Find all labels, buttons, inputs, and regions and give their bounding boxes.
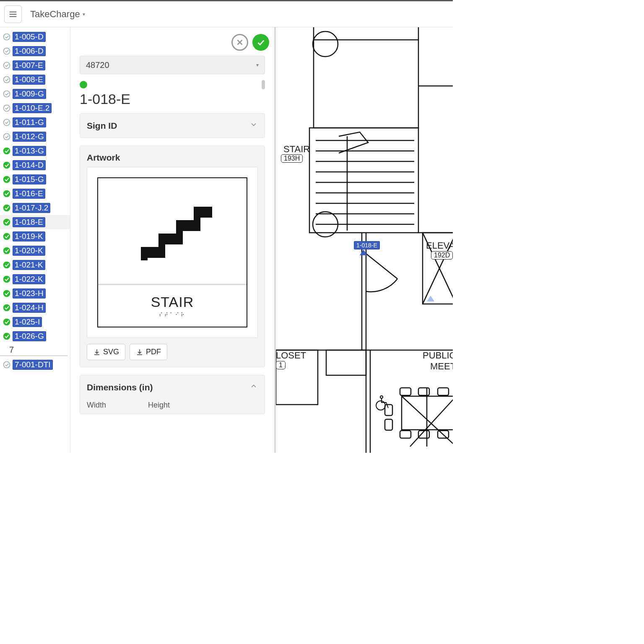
room-label-public: PUBLIC: [423, 350, 453, 361]
status-icon: [3, 304, 11, 312]
sidebar-item-1-024-H[interactable]: 1-024-H: [0, 301, 70, 315]
project-select[interactable]: 48720 ▾: [80, 56, 265, 74]
sidebar-item-label: 7-001-DTI: [13, 360, 53, 370]
sidebar-item-1-006-D[interactable]: 1-006-D: [0, 44, 70, 58]
svg-point-9: [4, 119, 10, 126]
plan-marker[interactable]: [360, 249, 367, 255]
sidebar-item-1-010-E.2[interactable]: 1-010-E.2: [0, 101, 70, 115]
sidebar-item-label: 1-007-E: [13, 60, 45, 70]
status-icon: [3, 361, 11, 369]
sidebar-item-label: 1-026-G: [13, 331, 46, 341]
pdf-label: PDF: [146, 348, 161, 356]
svg-point-12: [3, 162, 10, 169]
svg-point-22: [3, 304, 10, 312]
svg-rect-65: [400, 431, 411, 438]
sidebar-item-1-018-E[interactable]: 1-018-E: [0, 215, 70, 229]
sidebar-item-7-001-DTI[interactable]: 7-001-DTI: [0, 358, 70, 372]
caret-down-icon: ▾: [256, 62, 259, 68]
sidebar-item-label: 1-006-D: [13, 46, 46, 56]
cancel-button[interactable]: [231, 34, 248, 51]
sidebar-item-label: 1-008-E: [13, 75, 45, 85]
sidebar-item-1-026-G[interactable]: 1-026-G: [0, 329, 70, 343]
mini-scrollbar[interactable]: [262, 80, 265, 89]
check-icon: [256, 38, 265, 47]
svg-point-44: [313, 31, 338, 57]
sidebar-item-1-021-K[interactable]: 1-021-K: [0, 258, 70, 272]
sidebar-item-label: 1-017-J.2: [13, 203, 50, 213]
room-label-elev: ELEVAT: [426, 240, 453, 251]
status-icon: [3, 47, 11, 55]
sidebar-item-label: 1-005-D: [13, 32, 46, 42]
svg-point-13: [3, 176, 10, 183]
sign-title: 1-018-E: [75, 91, 269, 113]
svg-point-6: [4, 77, 10, 83]
sidebar-item-label: 1-020-K: [13, 246, 45, 256]
project-select-value: 48720: [86, 60, 109, 70]
sidebar-item-1-013-G[interactable]: 1-013-G: [0, 144, 70, 158]
status-icon: [3, 161, 11, 169]
artwork-panel-header[interactable]: Artwork: [80, 146, 265, 167]
sidebar-item-1-022-K[interactable]: 1-022-K: [0, 272, 70, 286]
confirm-button[interactable]: [252, 34, 269, 51]
sign-id-label: Sign ID: [87, 121, 117, 131]
sidebar-item-1-012-G[interactable]: 1-012-G: [0, 130, 70, 144]
svg-label: SVG: [103, 348, 119, 356]
dimensions-panel-header[interactable]: Dimensions (in): [80, 375, 265, 399]
sidebar-item-label: 1-024-H: [13, 303, 46, 313]
download-icon: [93, 348, 101, 356]
download-pdf-button[interactable]: PDF: [130, 344, 167, 360]
svg-point-15: [3, 205, 10, 212]
braille-text: ⠎⠞⠁⠊⠗: [159, 312, 186, 318]
sidebar-item-1-015-G[interactable]: 1-015-G: [0, 172, 70, 187]
sidebar-item-label: 1-021-K: [13, 260, 45, 270]
sidebar-item-label: 1-022-K: [13, 274, 45, 284]
sidebar-item-1-005-D[interactable]: 1-005-D: [0, 30, 70, 44]
floor-plan-canvas[interactable]: STAIR 193H 1-018-E ELEVAT 192D LOSET 1 P…: [276, 27, 453, 453]
svg-rect-55: [326, 350, 366, 375]
sidebar-item-1-008-E[interactable]: 1-008-E: [0, 73, 70, 87]
menu-button[interactable]: [4, 5, 22, 23]
status-icon: [3, 275, 11, 283]
plan-marker-faded[interactable]: [427, 296, 434, 301]
sidebar-item-1-017-J.2[interactable]: 1-017-J.2: [0, 201, 70, 215]
brand-label: TakeCharge: [30, 9, 80, 20]
svg-point-5: [4, 62, 10, 69]
status-icon: [3, 232, 11, 241]
svg-point-10: [4, 134, 10, 140]
sidebar-item-label: 1-014-D: [13, 160, 46, 170]
sidebar-item-1-025-I[interactable]: 1-025-I: [0, 315, 70, 329]
svg-point-18: [3, 247, 10, 254]
svg-point-60: [380, 396, 383, 398]
download-svg-button[interactable]: SVG: [87, 344, 125, 360]
width-label: Width: [87, 401, 106, 410]
sidebar-item-1-011-G[interactable]: 1-011-G: [0, 115, 70, 130]
sidebar-item-label: 1-016-E: [13, 189, 45, 199]
sidebar-item-1-019-K[interactable]: 1-019-K: [0, 229, 70, 244]
svg-point-23: [3, 319, 10, 326]
chevron-up-icon: [249, 382, 258, 392]
sign-id-panel-header[interactable]: Sign ID: [80, 114, 265, 138]
sidebar-item-label: 1-015-G: [13, 174, 46, 184]
sidebar-item-1-014-D[interactable]: 1-014-D: [0, 158, 70, 172]
brand-dropdown[interactable]: TakeCharge ▾: [30, 9, 85, 20]
svg-rect-63: [418, 388, 429, 395]
hamburger-icon: [8, 10, 18, 19]
status-icon: [3, 33, 11, 41]
sidebar-item-label: 1-018-E: [13, 217, 45, 227]
sidebar-item-1-007-E[interactable]: 1-007-E: [0, 58, 70, 73]
status-icon: [3, 247, 11, 255]
status-icon: [3, 318, 11, 326]
sign-list-sidebar[interactable]: 1-005-D1-006-D1-007-E1-008-E1-009-G1-010…: [0, 27, 70, 453]
svg-point-25: [4, 362, 10, 368]
status-icon: [3, 104, 11, 112]
svg-point-4: [4, 48, 10, 55]
sidebar-item-1-009-G[interactable]: 1-009-G: [0, 87, 70, 101]
status-icon: [3, 289, 11, 298]
dimensions-label: Dimensions (in): [87, 382, 153, 392]
sidebar-item-1-016-E[interactable]: 1-016-E: [0, 187, 70, 201]
plan-marker-tag[interactable]: 1-018-E: [354, 241, 380, 249]
sidebar-item-1-023-H[interactable]: 1-023-H: [0, 286, 70, 301]
sidebar-item-1-020-K[interactable]: 1-020-K: [0, 244, 70, 258]
status-icon: [3, 75, 11, 84]
svg-point-14: [3, 190, 10, 197]
